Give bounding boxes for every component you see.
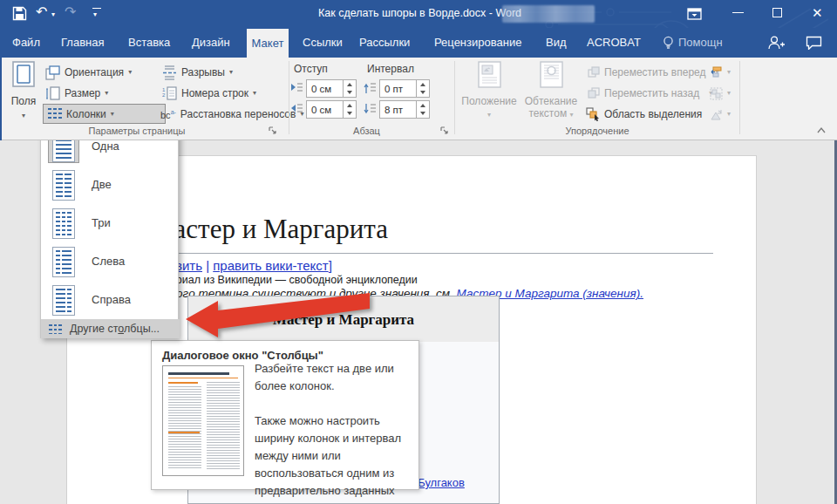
thumb-column-right (207, 382, 240, 470)
tell-me-box[interactable]: Помощн (678, 28, 723, 58)
qat-customize-icon[interactable] (92, 8, 101, 9)
orientation-label: Ориентация (65, 66, 124, 78)
menu-item-label: Две (92, 178, 112, 191)
close-button[interactable]: ✕ (812, 5, 823, 21)
tab-layout-active[interactable]: Макет (247, 29, 289, 58)
size-button[interactable]: Размер ▾ (45, 85, 108, 102)
align-caret-icon: ▾ (727, 68, 731, 77)
selection-pane-label: Область выделения (604, 108, 702, 120)
page-setup-dialog-launcher-icon[interactable] (269, 126, 278, 136)
menu-item-left[interactable]: Слева (41, 242, 180, 280)
redo-button[interactable]: ↷ (65, 4, 76, 20)
menu-item-label: Три (92, 216, 111, 229)
indent-right-spinner[interactable] (343, 101, 356, 118)
position-button-disabled[interactable]: Положение ▾ (457, 61, 521, 119)
tab-mailings[interactable]: Рассылки (359, 28, 410, 58)
spacing-label: Интервал (367, 63, 414, 75)
heading-rule (150, 253, 713, 254)
tab-review[interactable]: Рецензирование (434, 28, 521, 58)
menu-item-two[interactable]: Две (41, 165, 180, 203)
lightbulb-icon (663, 36, 674, 51)
spacing-before-icon (364, 82, 377, 94)
indent-right-field[interactable]: 0 см (306, 100, 357, 119)
paragraph-dialog-launcher-icon[interactable] (440, 126, 450, 136)
save-icon[interactable] (12, 6, 27, 21)
tab-file[interactable]: Файл (12, 28, 40, 58)
breaks-caret-icon: ▾ (229, 68, 233, 77)
orientation-icon (45, 65, 60, 80)
qat-customize-caret[interactable]: ▾ (93, 10, 97, 19)
tab-insert[interactable]: Вставка (128, 28, 170, 58)
tab-acrobat[interactable]: ACROBAT (587, 28, 641, 58)
send-backward-button-disabled[interactable]: Переместить назад ▾ (588, 85, 712, 101)
edit-wikitext-link[interactable]: править вики-текст (213, 258, 328, 273)
wrap-text-icon (540, 61, 563, 88)
line-numbers-icon: 1 2 (162, 86, 177, 101)
selection-pane-button[interactable]: Область выделения (586, 106, 702, 122)
supertip-columns-dialog: Диалоговое окно "Столбцы" Разбейте текст… (151, 340, 419, 490)
undo-caret-icon[interactable]: ▾ (51, 10, 55, 19)
window-left-edge (0, 58, 2, 140)
group-label-paragraph: Абзац (290, 126, 443, 136)
indent-left-spinner[interactable] (343, 80, 356, 97)
menu-item-three[interactable]: Три (41, 203, 180, 242)
columns-button[interactable]: Колонки ▾ (43, 104, 166, 124)
article-heading: Мастер и Маргарита (150, 214, 388, 245)
line-numbers-label: Номера строк (181, 87, 248, 99)
rotate-icon (710, 108, 723, 121)
ribbon-display-options-icon[interactable] (687, 8, 702, 20)
hyphenation-icon: bca- (160, 109, 176, 120)
columns-dropdown-menu: Одна Две Три Слева Справа Другие ст (40, 123, 179, 338)
columns-icon (48, 108, 62, 119)
columns-label: Колонки (66, 108, 106, 120)
minimize-button[interactable] (732, 12, 744, 13)
group-objects-icon (710, 87, 723, 100)
columns-right-icon (52, 285, 75, 316)
line-numbers-button[interactable]: 1 2 Номера строк ▾ (162, 85, 256, 102)
align-icon (710, 66, 723, 79)
hyphenation-label: Расстановка переносов (180, 108, 296, 120)
orientation-button[interactable]: Ориентация ▾ (45, 64, 132, 81)
comments-icon[interactable] (806, 36, 822, 50)
menu-item-more-columns[interactable]: Другие столбцы... (41, 319, 180, 338)
tooltip-thumbnail (162, 365, 244, 476)
bring-forward-button-disabled[interactable]: Переместить вперед ▾ (588, 65, 719, 80)
group-caret-icon: ▾ (727, 89, 731, 98)
wrap-text-button-disabled[interactable]: Обтекание текстом ▾ (522, 61, 580, 119)
tab-view[interactable]: Вид (546, 28, 567, 58)
tooltip-paragraph-1: Разбейте текст на две или более колонок. (255, 360, 413, 395)
margins-button[interactable]: Поля ▾ (5, 61, 42, 120)
spacing-before-field[interactable]: 0 пт (379, 79, 430, 98)
spacing-after-field[interactable]: 8 пт (379, 100, 430, 119)
rotate-button-disabled[interactable]: ▾ (710, 106, 731, 122)
spacing-before-spinner[interactable] (416, 80, 429, 97)
spacing-before-value: 0 пт (380, 84, 416, 94)
title-bar: ↶ ▾ ↷ ▾ Как сделать шпоры в Ворде.docx -… (0, 0, 837, 28)
red-arrow-annotation (174, 283, 384, 344)
undo-button[interactable]: ↶ (36, 4, 47, 20)
tab-design[interactable]: Дизайн (192, 28, 230, 58)
group-button-disabled[interactable]: ▾ (710, 85, 731, 101)
maximize-button[interactable] (772, 8, 782, 17)
thumb-title-line (168, 372, 229, 375)
share-person-icon[interactable] (767, 35, 785, 51)
group-label-page-setup: Параметры страницы (3, 126, 270, 136)
spacing-after-value: 8 пт (380, 105, 416, 115)
spacing-after-spinner[interactable] (416, 101, 429, 118)
breaks-button[interactable]: Разрывы ▾ (162, 64, 233, 81)
selection-pane-icon (586, 107, 600, 121)
indent-left-field[interactable]: 0 см (306, 79, 357, 98)
align-button-disabled[interactable]: ▾ (710, 65, 731, 80)
margins-label: Поля (11, 95, 37, 107)
indent-left-value: 0 см (307, 84, 343, 94)
group-separator (454, 61, 455, 134)
tab-home[interactable]: Главная (61, 28, 104, 58)
tab-references[interactable]: Ссылки (303, 28, 343, 58)
position-label: Положение (461, 95, 516, 107)
wrap-text-label-1: Обтекание (525, 95, 577, 107)
size-icon (45, 86, 60, 101)
menu-item-right[interactable]: Справа (41, 280, 180, 318)
position-icon (478, 61, 501, 88)
hyphenation-button[interactable]: bca- Расстановка переносов ▾ (160, 106, 303, 123)
collapse-ribbon-icon[interactable] (816, 126, 827, 134)
